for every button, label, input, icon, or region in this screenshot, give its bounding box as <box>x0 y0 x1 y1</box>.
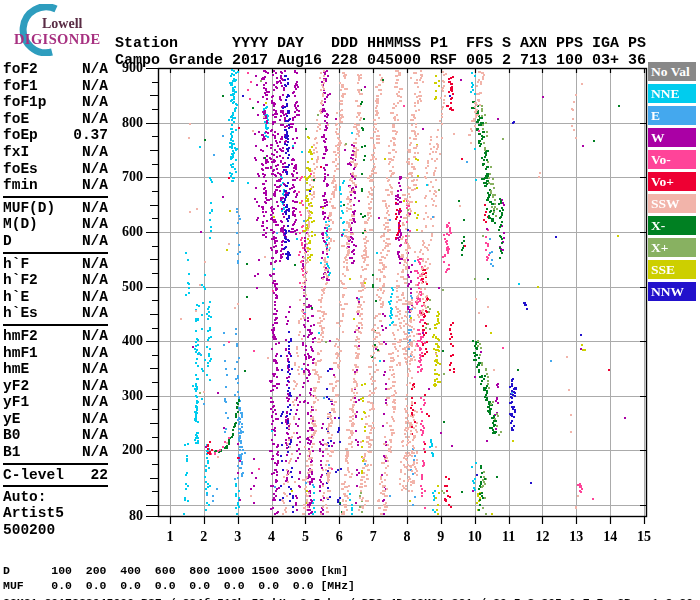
param-row-hes: h`EsN/A <box>3 305 108 322</box>
legend-item-ssw: SSW <box>648 194 696 213</box>
x-tick-label: 8 <box>392 529 422 545</box>
d-row: D 100 200 400 600 800 1000 1500 3000 [km… <box>3 564 348 577</box>
x-tick-label: 13 <box>561 529 591 545</box>
param-row-b1: B1N/A <box>3 444 108 461</box>
param-row-fmin: fminN/A <box>3 177 108 194</box>
param-row-fxi: fxIN/A <box>3 144 108 161</box>
logo-text-lowell: Lowell <box>42 16 82 32</box>
param-label: foF1 <box>3 78 38 95</box>
param-value: N/A <box>82 256 108 273</box>
param-group: foF2N/AfoF1N/AfoF1pN/AfoEN/AfoEp0.37fxIN… <box>3 61 108 198</box>
param-value: N/A <box>82 161 108 178</box>
legend-item-nne: NNE <box>648 84 696 103</box>
param-label: foEs <box>3 161 38 178</box>
legend-item-vo+: Vo+ <box>648 172 696 191</box>
param-value: N/A <box>82 177 108 194</box>
param-label: h`Es <box>3 305 38 322</box>
param-label: C-level <box>3 467 64 484</box>
distance-muf-table: D 100 200 400 600 800 1000 1500 3000 [km… <box>3 563 355 594</box>
muf-row: MUF 0.0 0.0 0.0 0.0 0.0 0.0 0.0 0.0 [MHz… <box>3 579 355 592</box>
legend-item-vo-: Vo- <box>648 150 696 169</box>
param-value: N/A <box>82 411 108 428</box>
x-tick-label: 7 <box>358 529 388 545</box>
header-line1: Station YYYY DAY DDD HHMMSS P1 FFS S AXN… <box>115 35 646 52</box>
param-label: B1 <box>3 444 20 461</box>
autoscale-info-line: Auto: <box>3 489 108 505</box>
x-tick-label: 11 <box>494 529 524 545</box>
station-header: Station YYYY DAY DDD HHMMSS P1 FFS S AXN… <box>115 35 646 69</box>
legend-item-e: E <box>648 106 696 125</box>
param-label: foF2 <box>3 61 38 78</box>
param-label: fxI <box>3 144 29 161</box>
param-value: N/A <box>82 78 108 95</box>
param-value: 0.37 <box>73 127 108 144</box>
y-tick-label: 900 <box>107 60 143 76</box>
y-tick-label: 200 <box>107 442 143 458</box>
legend-item-noval: No Val <box>648 62 696 81</box>
param-label: MUF(D) <box>3 200 55 217</box>
param-row-hf: h`FN/A <box>3 256 108 273</box>
x-tick-label: 6 <box>324 529 354 545</box>
param-row-foes: foEsN/A <box>3 161 108 178</box>
param-value: N/A <box>82 444 108 461</box>
param-row-fof1p: foF1pN/A <box>3 94 108 111</box>
param-label: yE <box>3 411 20 428</box>
y-tick-label: 300 <box>107 388 143 404</box>
param-group: h`FN/Ah`F2N/Ah`EN/Ah`EsN/A <box>3 256 108 326</box>
param-value: N/A <box>82 361 108 378</box>
x-tick-label: 3 <box>223 529 253 545</box>
param-label: h`E <box>3 289 29 306</box>
param-row-foe: foEN/A <box>3 111 108 128</box>
param-label: hmF1 <box>3 345 38 362</box>
param-value: N/A <box>82 233 108 250</box>
logo-text-digisonde: DIGISONDE <box>14 31 101 48</box>
param-label: foEp <box>3 127 38 144</box>
param-label: h`F2 <box>3 272 38 289</box>
param-label: yF1 <box>3 394 29 411</box>
param-label: yF2 <box>3 378 29 395</box>
param-row-b0: B0N/A <box>3 427 108 444</box>
y-tick-label: 500 <box>107 279 143 295</box>
param-value: N/A <box>82 216 108 233</box>
status-line: CGK21_2017228045000.RSF / 284fx512h 50 k… <box>3 596 693 600</box>
param-value: N/A <box>82 61 108 78</box>
param-value: N/A <box>82 305 108 322</box>
param-label: D <box>3 233 12 250</box>
x-tick-label: 14 <box>595 529 625 545</box>
param-label: M(D) <box>3 216 38 233</box>
param-row-hmf1: hmF1N/A <box>3 345 108 362</box>
header-line2: Campo Grande 2017 Aug16 228 045000 RSF 0… <box>115 52 646 69</box>
param-value: N/A <box>82 328 108 345</box>
x-tick-label: 12 <box>527 529 557 545</box>
param-value: 22 <box>91 467 108 484</box>
x-tick-label: 5 <box>290 529 320 545</box>
param-row-md: M(D)N/A <box>3 216 108 233</box>
param-row-ye: yEN/A <box>3 411 108 428</box>
param-label: foE <box>3 111 29 128</box>
param-group: C-level22 <box>3 467 108 488</box>
y-tick-label: 800 <box>107 115 143 131</box>
param-row-fof2: foF2N/A <box>3 61 108 78</box>
param-group: MUF(D)N/AM(D)N/ADN/A <box>3 200 108 254</box>
x-tick-label: 1 <box>155 529 185 545</box>
legend-item-nnw: NNW <box>648 282 696 301</box>
lowell-digisonde-logo: Lowell DIGISONDE <box>6 4 111 54</box>
param-row-foep: foEp0.37 <box>3 127 108 144</box>
param-label: h`F <box>3 256 29 273</box>
param-value: N/A <box>82 272 108 289</box>
param-value: N/A <box>82 111 108 128</box>
param-row-clevel: C-level22 <box>3 467 108 484</box>
param-row-d: DN/A <box>3 233 108 250</box>
param-label: hmF2 <box>3 328 38 345</box>
param-group: hmF2N/AhmF1N/AhmEN/AyF2N/AyF1N/AyEN/AB0N… <box>3 328 108 465</box>
autoscale-info-line: Artist5 <box>3 505 108 521</box>
param-value: N/A <box>82 144 108 161</box>
param-row-hmf2: hmF2N/A <box>3 328 108 345</box>
legend-item-w: W <box>648 128 696 147</box>
param-value: N/A <box>82 345 108 362</box>
param-label: foF1p <box>3 94 47 111</box>
x-tick-label: 10 <box>460 529 490 545</box>
parameters-panel: foF2N/AfoF1N/AfoF1pN/AfoEN/AfoEp0.37fxIN… <box>3 61 108 538</box>
y-tick-label: 700 <box>107 169 143 185</box>
y-tick-label: 400 <box>107 333 143 349</box>
